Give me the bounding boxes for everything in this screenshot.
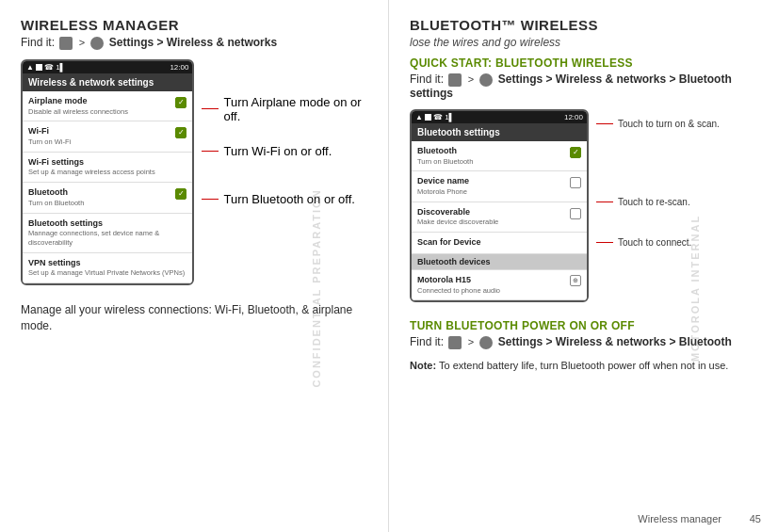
home-icon[interactable] (59, 37, 73, 50)
right-signal-icon (425, 114, 431, 121)
left-body-text: Manage all your wireless connections: Wi… (21, 302, 367, 334)
settings-icon[interactable] (90, 37, 104, 50)
right-phone-header: Bluetooth settings (412, 123, 587, 141)
list-section-bt-devices: Bluetooth devices (412, 254, 587, 270)
list-item-motorola-h15[interactable]: Motorola H15 Connected to phone audio ⊕ (412, 270, 587, 300)
annotation-airplane: Turn Airplane mode on or off. (202, 95, 367, 123)
list-item-vpn[interactable]: VPN settings Set up & manage Virtual Pri… (23, 253, 192, 283)
left-column: WIRELESS MANAGER Find it: > Settings > W… (0, 0, 389, 532)
right-phone-list: Bluetooth Turn on Bluetooth Device name … (412, 141, 587, 300)
turn-bluetooth-title: TURN BLUETOOTH POWER ON OR OFF (410, 319, 757, 332)
left-title: WIRELESS MANAGER (21, 17, 367, 33)
list-item-bt-toggle[interactable]: Bluetooth Turn on Bluetooth (412, 141, 587, 171)
left-phone-mockup: ▲ ☎ 1▌ 12:00 Wireless & network settings… (21, 59, 194, 285)
annotation-turn-on-scan: Touch to turn on & scan. (596, 119, 720, 129)
left-annotations: Turn Airplane mode on or off. Turn Wi-Fi… (202, 59, 367, 206)
annotation-rescan: Touch to re-scan. (596, 152, 720, 207)
right-home-icon[interactable] (448, 73, 462, 87)
wifi-checkbox[interactable] (175, 127, 186, 138)
right-status-icons: ▲ ☎ 1▌ (415, 113, 454, 121)
right-time: 12:00 (564, 113, 583, 121)
page-label: Wireless manager (638, 513, 721, 524)
bt-toggle-checkbox[interactable] (570, 147, 581, 158)
left-phone-header: Wireless & network settings (23, 73, 192, 91)
quick-start-label: QUICK START: BLUETOOTH WIRELESS (410, 56, 757, 70)
annotation-wifi: Turn Wi-Fi on or off. (202, 144, 367, 158)
right-phone-section: ▲ ☎ 1▌ 12:00 Bluetooth settings Bluetoot… (410, 109, 757, 312)
right-status-bar: ▲ ☎ 1▌ 12:00 (412, 111, 587, 123)
page-number: 45 (750, 513, 761, 524)
right-annotations: Touch to turn on & scan. Touch to re-sca… (596, 109, 720, 248)
signal-icon (36, 64, 42, 71)
turn-bt-home-icon[interactable] (448, 336, 462, 349)
annotation-connect: Touch to connect. (596, 230, 720, 248)
list-item-airplane[interactable]: Airplane mode Disable all wireless conne… (23, 91, 192, 121)
left-phone-section: ▲ ☎ 1▌ 12:00 Wireless & network settings… (21, 59, 367, 295)
annotation-bluetooth: Turn Bluetooth on or off. (202, 179, 367, 206)
right-find-it: Find it: > Settings > Wireless & network… (410, 73, 757, 100)
left-status-bar: ▲ ☎ 1▌ 12:00 (23, 61, 192, 73)
turn-bt-find-it: Find it: > Settings > Wireless & network… (410, 335, 757, 349)
left-time: 12:00 (170, 63, 188, 72)
list-item-wifi-settings[interactable]: Wi-Fi settings Set up & manage wireless … (23, 153, 192, 183)
device-name-checkbox[interactable] (570, 177, 581, 188)
turn-bt-settings-icon[interactable] (479, 336, 493, 349)
left-status-icons: ▲ ☎ 1▌ (26, 63, 65, 72)
note-text: Note: To extend battery life, turn Bluet… (410, 359, 757, 373)
right-settings-icon[interactable] (479, 73, 493, 87)
discoverable-checkbox[interactable] (570, 208, 581, 219)
turn-bt-find-it-label: Find it: (410, 335, 444, 348)
right-title: BLUETOOTH™ WIRELESS (410, 17, 757, 33)
list-item-scan[interactable]: Scan for Device (412, 233, 587, 254)
bt-device-icon: ⊕ (570, 275, 581, 286)
list-item-bluetooth-settings[interactable]: Bluetooth settings Mannage connections, … (23, 214, 192, 253)
right-subtitle: lose the wires and go wireless (410, 36, 757, 49)
list-item-device-name[interactable]: Device name Motorola Phone (412, 171, 587, 202)
left-phone-list: Airplane mode Disable all wireless conne… (23, 91, 192, 283)
list-item-discoverable[interactable]: Discoverable Make device discoverable (412, 202, 587, 233)
list-item-wifi[interactable]: Wi-Fi Turn on Wi-Fi (23, 121, 192, 152)
list-item-bluetooth[interactable]: Bluetooth Turn on Bluetooth (23, 183, 192, 213)
right-column: BLUETOOTH™ WIRELESS lose the wires and g… (389, 0, 778, 532)
left-find-it: Find it: > Settings > Wireless & network… (21, 36, 367, 50)
find-it-label: Find it: (21, 36, 55, 49)
right-phone-mockup: ▲ ☎ 1▌ 12:00 Bluetooth settings Bluetoot… (410, 109, 589, 302)
airplane-checkbox[interactable] (175, 97, 186, 108)
bluetooth-checkbox[interactable] (175, 188, 186, 200)
right-find-it-label: Find it: (410, 73, 444, 86)
